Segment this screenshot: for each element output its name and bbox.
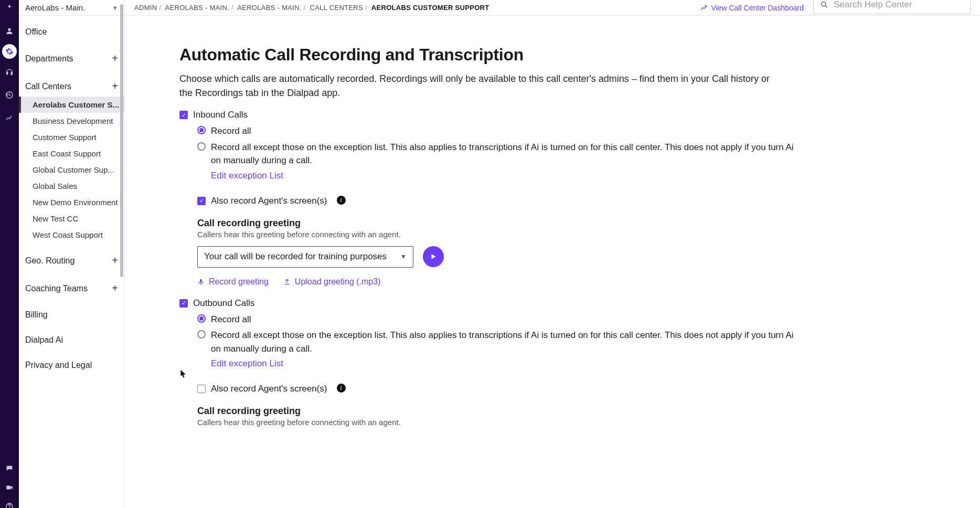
svg-rect-3 <box>6 486 10 490</box>
video-icon[interactable] <box>5 483 14 492</box>
dashboard-link-label: View Call Center Dashboard <box>711 4 804 12</box>
mic-icon <box>197 278 205 285</box>
crumb-admin[interactable]: ADMIN <box>134 4 157 12</box>
inbound-record-except-label: Record all except those on the exception… <box>211 141 806 167</box>
gear-icon-active[interactable] <box>2 44 17 59</box>
analytics-icon[interactable] <box>5 113 14 123</box>
svg-rect-1 <box>7 72 8 75</box>
sidebar-item-west[interactable]: West Coast Support <box>19 227 124 243</box>
content: + Add an Email Address Automatic Call Re… <box>125 16 980 508</box>
chevron-down-icon: ▼ <box>400 253 407 260</box>
outbound-edit-exception-link[interactable]: Edit exception List <box>211 358 283 368</box>
topbar: ADMIN/ AEROLABS - MAIN./ AEROLABS - MAIN… <box>125 0 980 16</box>
search-icon <box>820 0 828 9</box>
sidebar: AeroLabs - Main. ▼ Office Departments+ C… <box>19 0 125 508</box>
outbound-greeting-desc: Callers hear this greeting before connec… <box>197 418 980 427</box>
view-dashboard-link[interactable]: View Call Center Dashboard <box>700 4 804 12</box>
inbound-greeting-value: Your call will be recorded for training … <box>204 251 387 262</box>
sidebar-scrollbar[interactable] <box>120 4 123 277</box>
inbound-label: Inbound Calls <box>193 110 248 120</box>
outbound-record-except-label: Record all except those on the exception… <box>211 329 806 355</box>
search-help[interactable] <box>813 0 971 14</box>
sidebar-callcenters[interactable]: Call Centers+ <box>19 69 124 97</box>
info-icon[interactable]: i <box>337 384 346 393</box>
sidebar-billing[interactable]: Billing <box>19 299 124 324</box>
upload-greeting-button[interactable]: Upload greeting (.mp3) <box>283 277 381 287</box>
outbound-also-screen-label: Also record Agent's screen(s) <box>211 384 327 394</box>
outbound-record-all-label: Record all <box>211 313 251 326</box>
main: ADMIN/ AEROLABS - MAIN./ AEROLABS - MAIN… <box>125 0 980 508</box>
icon-rail <box>0 0 19 508</box>
outbound-record-except-radio[interactable] <box>197 330 206 338</box>
svg-rect-2 <box>11 72 12 75</box>
sidebar-item-east[interactable]: East Coast Support <box>19 145 124 162</box>
inbound-greeting-heading: Call recording greeting <box>197 218 980 229</box>
org-selected: AeroLabs - Main. <box>25 3 85 12</box>
outbound-record-all-radio[interactable] <box>197 314 206 323</box>
sidebar-item-cs[interactable]: Customer Support <box>19 129 124 145</box>
record-greeting-button[interactable]: Record greeting <box>197 277 269 287</box>
sidebar-georouting[interactable]: Geo. Routing+ <box>19 243 124 271</box>
sidebar-office[interactable]: Office <box>19 16 124 41</box>
sidebar-item-new-test[interactable]: New Test CC <box>19 210 124 227</box>
svg-rect-7 <box>200 279 202 282</box>
crumb-callcenters[interactable]: CALL CENTERS <box>310 4 363 12</box>
crumb-org1[interactable]: AEROLABS - MAIN. <box>165 4 230 12</box>
outbound-label: Outbound Calls <box>193 298 254 309</box>
inbound-play-button[interactable] <box>423 246 444 267</box>
search-input[interactable] <box>834 0 964 10</box>
outbound-checkbox[interactable] <box>179 299 188 308</box>
outbound-greeting-heading: Call recording greeting <box>197 406 980 417</box>
sidebar-item-bizdev[interactable]: Business Development <box>19 113 124 129</box>
sidebar-privacy[interactable]: Privacy and Legal <box>19 349 124 374</box>
inbound-edit-exception-link[interactable]: Edit exception List <box>211 171 283 181</box>
page-title: Automatic Call Recording and Transcripti… <box>179 45 980 65</box>
upload-icon <box>283 278 291 285</box>
sidebar-item-aerolabs-cs[interactable]: Aerolabs Customer S... <box>19 97 124 113</box>
plus-icon[interactable]: + <box>112 282 118 294</box>
history-icon[interactable] <box>5 90 14 100</box>
org-selector[interactable]: AeroLabs - Main. ▼ <box>19 0 124 16</box>
crumb-org2[interactable]: AEROLABS - MAIN. <box>237 4 302 12</box>
person-icon[interactable] <box>5 26 14 36</box>
svg-point-6 <box>822 2 826 6</box>
help-icon[interactable] <box>5 502 14 508</box>
plus-icon[interactable]: + <box>112 255 118 267</box>
sidebar-item-global-sales[interactable]: Global Sales <box>19 178 124 194</box>
svg-point-0 <box>8 28 10 31</box>
inbound-greeting-desc: Callers hear this greeting before connec… <box>197 230 980 239</box>
headset-icon[interactable] <box>5 67 14 77</box>
info-icon[interactable]: i <box>337 196 346 205</box>
plus-icon[interactable]: + <box>112 80 118 92</box>
page-lead: Choose which calls are automatically rec… <box>179 72 770 100</box>
chat-icon[interactable] <box>5 464 14 473</box>
inbound-also-screen-checkbox[interactable] <box>197 197 206 205</box>
inbound-record-except-radio[interactable] <box>197 142 206 151</box>
crumb-current: AEROLABS CUSTOMER SUPPORT <box>371 4 489 12</box>
sidebar-item-new-demo[interactable]: New Demo Environment <box>19 194 124 210</box>
mouse-cursor <box>180 369 187 378</box>
sparkle-icon[interactable] <box>5 3 14 13</box>
sidebar-item-global-cs[interactable]: Global Customer Sup... <box>19 162 124 178</box>
inbound-record-all-label: Record all <box>211 124 251 138</box>
sidebar-dialpad-ai[interactable]: Dialpad Ai <box>19 324 124 349</box>
sidebar-departments[interactable]: Departments+ <box>19 41 124 69</box>
outbound-also-screen-checkbox[interactable] <box>197 385 206 393</box>
sidebar-coaching[interactable]: Coaching Teams+ <box>19 271 124 299</box>
plus-icon[interactable]: + <box>112 52 118 65</box>
chevron-down-icon: ▼ <box>112 5 118 11</box>
inbound-also-screen-label: Also record Agent's screen(s) <box>211 196 327 206</box>
trend-icon <box>700 4 708 12</box>
inbound-greeting-select[interactable]: Your call will be recorded for training … <box>197 246 413 268</box>
breadcrumb: ADMIN/ AEROLABS - MAIN./ AEROLABS - MAIN… <box>134 4 489 12</box>
play-icon <box>430 253 437 260</box>
inbound-record-all-radio[interactable] <box>197 126 206 134</box>
inbound-checkbox[interactable] <box>179 111 188 119</box>
